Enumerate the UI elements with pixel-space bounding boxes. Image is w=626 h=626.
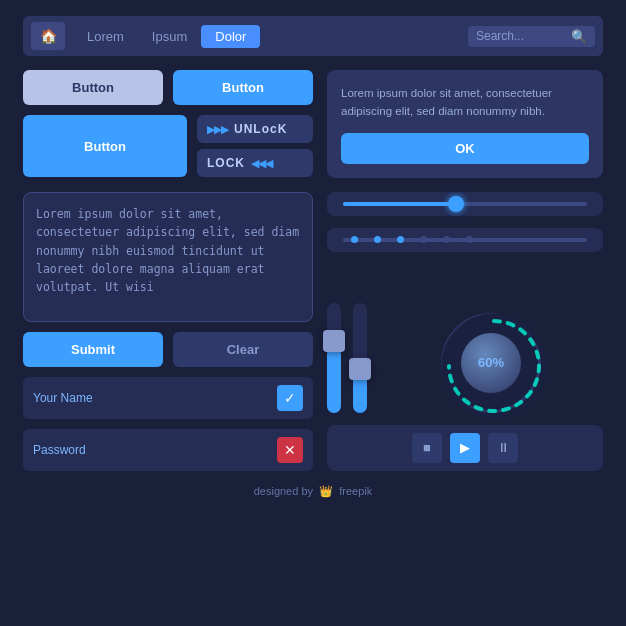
nav-home-button[interactable]: 🏠: [31, 22, 65, 50]
row-textarea-sliders: Lorem ipsum dolor sit amet, consectetuer…: [23, 192, 603, 471]
slider-thumb[interactable]: [448, 196, 464, 212]
dialog-ok-button[interactable]: OK: [341, 133, 589, 164]
vert-slider-2-fill: [353, 374, 367, 413]
lock-unlock-group: ▶▶▶ UNLocK LOCK ◀◀◀: [197, 115, 313, 177]
name-input[interactable]: [33, 391, 269, 405]
media-play-button[interactable]: ▶: [450, 433, 480, 463]
unlock-arrows-icon: ▶▶▶: [207, 123, 228, 136]
knob-percent: 60%: [478, 355, 504, 370]
vert-slider-1-thumb[interactable]: [323, 330, 345, 352]
dot-5: [443, 236, 450, 243]
navbar: 🏠 Lorem Ipsum Dolor 🔍: [23, 16, 603, 56]
media-controls: ■ ▶ ⏸: [327, 425, 603, 471]
search-box: 🔍: [468, 26, 595, 47]
footer-text: designed by: [254, 485, 313, 497]
button-blue-1[interactable]: Button: [173, 70, 313, 105]
dotted-slider-row: [327, 228, 603, 252]
submit-button[interactable]: Submit: [23, 332, 163, 367]
dot-6: [466, 236, 473, 243]
vertical-sliders-knob-row: 60%: [327, 264, 603, 413]
knob-inner: 60%: [461, 333, 521, 393]
dialog-text: Lorem ipsum dolor sit amet, consectetuer…: [341, 84, 589, 121]
dot-3: [397, 236, 404, 243]
password-input[interactable]: [33, 443, 269, 457]
vert-slider-1-fill: [327, 347, 341, 413]
unlock-button[interactable]: ▶▶▶ UNLocK: [197, 115, 313, 143]
footer: designed by 👑 freepik: [23, 485, 603, 498]
media-pause-button[interactable]: ⏸: [488, 433, 518, 463]
slider-fill: [343, 202, 453, 206]
button-column: Button Button Button ▶▶▶ UNLocK LOCK ◀◀◀: [23, 70, 313, 178]
submit-clear-row: Submit Clear: [23, 332, 313, 367]
search-icon: 🔍: [571, 29, 587, 44]
media-stop-button[interactable]: ■: [412, 433, 442, 463]
lock-arrows-icon: ◀◀◀: [251, 157, 272, 170]
dialog-box: Lorem ipsum dolor sit amet, consectetuer…: [327, 70, 603, 178]
button-row-2: Button ▶▶▶ UNLocK LOCK ◀◀◀: [23, 115, 313, 177]
horizontal-slider-row: [327, 192, 603, 216]
lock-button[interactable]: LOCK ◀◀◀: [197, 149, 313, 177]
vertical-slider-2[interactable]: [353, 303, 367, 413]
nav-item-lorem[interactable]: Lorem: [73, 25, 138, 48]
button-light-1[interactable]: Button: [23, 70, 163, 105]
footer-brand: freepik: [339, 485, 372, 497]
nav-item-dolor[interactable]: Dolor: [201, 25, 260, 48]
vertical-slider-1[interactable]: [327, 303, 341, 413]
button-blue-2[interactable]: Button: [23, 115, 187, 177]
row-buttons-dialog: Button Button Button ▶▶▶ UNLocK LOCK ◀◀◀: [23, 70, 603, 178]
vertical-slider-2-wrap: [353, 303, 367, 413]
name-input-row: ✓: [23, 377, 313, 419]
right-panel: 60% ■ ▶ ⏸: [327, 192, 603, 471]
dot-4: [420, 236, 427, 243]
main-textarea[interactable]: Lorem ipsum dolor sit amet, consectetuer…: [23, 192, 313, 322]
lock-label: LOCK: [207, 156, 245, 170]
vertical-slider-1-wrap: [327, 303, 341, 413]
clear-button[interactable]: Clear: [173, 332, 313, 367]
knob-wrap: 60%: [379, 313, 603, 413]
unlock-label: UNLocK: [234, 122, 287, 136]
nav-item-ipsum[interactable]: Ipsum: [138, 25, 201, 48]
dot-1: [351, 236, 358, 243]
button-row-1: Button Button: [23, 70, 313, 105]
name-check-button[interactable]: ✓: [277, 385, 303, 411]
password-input-row: ✕: [23, 429, 313, 471]
slider-track[interactable]: [343, 202, 587, 206]
dot-2: [374, 236, 381, 243]
vert-slider-2-thumb[interactable]: [349, 358, 371, 380]
dotted-track[interactable]: [343, 238, 587, 242]
left-panel: Lorem ipsum dolor sit amet, consectetuer…: [23, 192, 313, 471]
password-clear-button[interactable]: ✕: [277, 437, 303, 463]
knob-outer[interactable]: 60%: [441, 313, 541, 413]
search-input[interactable]: [476, 29, 566, 43]
